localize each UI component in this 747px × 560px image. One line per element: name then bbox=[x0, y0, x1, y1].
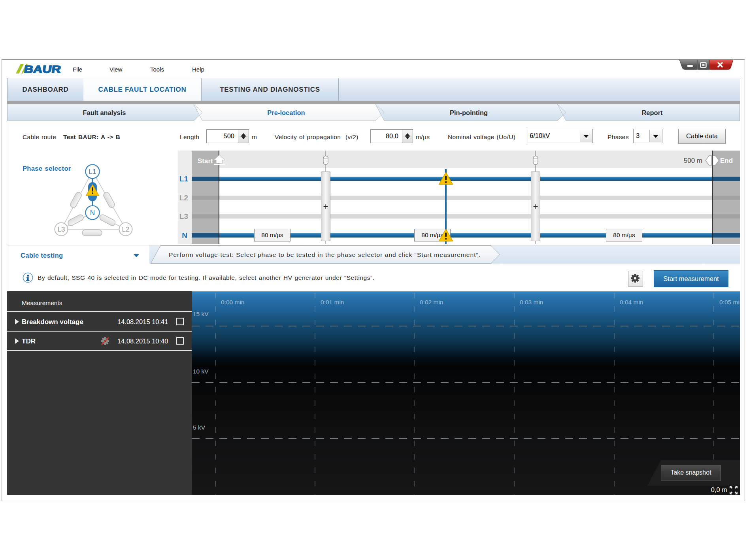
svg-text:0:01 min: 0:01 min bbox=[321, 299, 344, 305]
svg-text:0:04 min: 0:04 min bbox=[620, 299, 643, 305]
svg-text:0:00 min: 0:00 min bbox=[221, 299, 244, 305]
svg-text:Start: Start bbox=[198, 157, 213, 165]
svg-text:L3: L3 bbox=[58, 226, 65, 233]
svg-text:L2: L2 bbox=[179, 194, 188, 202]
svg-text:L2: L2 bbox=[122, 226, 130, 233]
svg-text:BAUR: BAUR bbox=[23, 64, 62, 74]
svg-text:Report: Report bbox=[641, 109, 663, 116]
svg-text:N: N bbox=[90, 209, 95, 217]
svg-text:80 m/µs: 80 m/µs bbox=[261, 232, 283, 238]
svg-text:L1: L1 bbox=[179, 175, 189, 183]
svg-text:10 kV: 10 kV bbox=[193, 368, 209, 375]
svg-text:0:03 min: 0:03 min bbox=[520, 299, 543, 305]
svg-text:N: N bbox=[182, 231, 187, 239]
svg-text:80 m/µs: 80 m/µs bbox=[421, 232, 443, 238]
svg-text:Perform voltage test: Select p: Perform voltage test: Select phase to be… bbox=[169, 251, 480, 258]
svg-text:End: End bbox=[720, 157, 733, 164]
svg-text:Pre-location: Pre-location bbox=[267, 109, 305, 116]
svg-text:L1: L1 bbox=[89, 168, 96, 175]
svg-text:500 m: 500 m bbox=[684, 157, 702, 164]
svg-text:Pin-pointing: Pin-pointing bbox=[450, 109, 488, 116]
svg-text:0:02 min: 0:02 min bbox=[420, 299, 443, 305]
svg-text:5 kV: 5 kV bbox=[193, 424, 206, 431]
svg-text:L3: L3 bbox=[179, 212, 188, 221]
svg-text:Fault analysis: Fault analysis bbox=[83, 109, 126, 116]
svg-text:0:05 min: 0:05 min bbox=[719, 299, 740, 305]
svg-text:80 m/µs: 80 m/µs bbox=[613, 232, 635, 238]
svg-text:15 kV: 15 kV bbox=[193, 311, 209, 317]
